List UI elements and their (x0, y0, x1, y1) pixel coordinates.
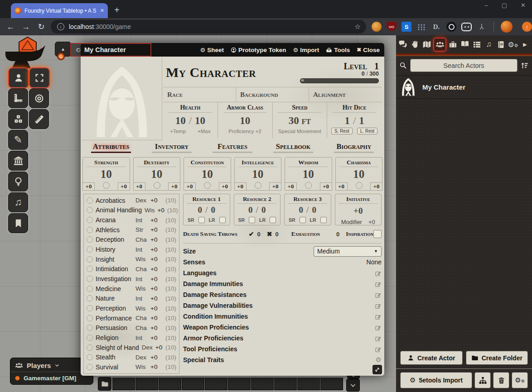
ability-proficiency-radio[interactable] (204, 182, 211, 189)
resource-value-input[interactable]: 0 (198, 205, 203, 215)
folder-tree-button[interactable] (474, 372, 491, 388)
delete-button[interactable] (493, 372, 509, 388)
macro-slot[interactable] (274, 378, 297, 390)
exhaustion-input[interactable]: 0 (336, 231, 339, 238)
skill-name[interactable]: Survival (96, 363, 133, 371)
sheet-tab[interactable]: Inventory (141, 141, 202, 156)
bookmark-star-icon[interactable]: ☆ (355, 23, 361, 31)
tool-tile-controls[interactable] (8, 109, 28, 129)
lr-checkbox[interactable] (320, 217, 327, 223)
configure-button[interactable]: ⚙⚙ (512, 372, 528, 388)
tool-target-tokens[interactable] (29, 88, 49, 108)
edit-icon[interactable] (375, 313, 382, 320)
skill-proficiency-radio[interactable] (87, 286, 93, 292)
stylus-extension-icon[interactable]: S (401, 22, 411, 32)
tab-journal[interactable] (459, 38, 470, 51)
ability-label[interactable]: Wisdom (289, 159, 328, 167)
tool-sound-controls[interactable]: ♫ (8, 192, 28, 212)
ability-proficiency-radio[interactable] (356, 182, 363, 189)
character-portrait[interactable] (82, 57, 162, 140)
robot-extension-icon[interactable] (461, 23, 472, 31)
sr-checkbox[interactable] (300, 217, 306, 223)
ability-score-input[interactable]: 10 (202, 168, 213, 181)
create-folder-button[interactable]: Create Folder (466, 351, 528, 365)
macro-slot[interactable] (297, 378, 320, 390)
lr-checkbox[interactable] (219, 217, 226, 223)
skill-proficiency-radio[interactable] (87, 276, 93, 282)
hp-max-input[interactable]: 10 (195, 115, 205, 127)
edit-icon[interactable] (375, 302, 382, 309)
background-field[interactable]: Background (236, 87, 309, 102)
edit-icon[interactable] (375, 292, 382, 298)
ability-score-input[interactable]: 10 (101, 168, 112, 181)
death-success-input[interactable]: 0 (257, 231, 261, 238)
short-rest-button[interactable]: S. Rest (331, 128, 353, 134)
ability-score-input[interactable]: 10 (151, 168, 162, 181)
new-tab-button[interactable]: + (114, 5, 120, 14)
tab-close-icon[interactable]: ✕ (100, 8, 104, 14)
tool-measure-distance[interactable] (29, 109, 49, 129)
hp-current-input[interactable]: 10 (175, 115, 186, 127)
edit-icon[interactable] (375, 324, 382, 331)
ability-label[interactable]: Intelligence (238, 159, 277, 167)
resource-value-input[interactable]: 0 (248, 205, 253, 215)
skill-name[interactable]: Stealth (96, 354, 133, 361)
close-icon[interactable]: ✕ (521, 2, 526, 9)
inspiration-checkbox[interactable] (373, 230, 382, 238)
death-fail-input[interactable]: 0 (276, 231, 279, 238)
address-bar[interactable]: i localhost:30000/game ☆ (51, 20, 366, 33)
ability-proficiency-radio[interactable] (154, 182, 160, 189)
ublock-extension-icon[interactable]: UO (387, 22, 397, 32)
sheet-tab[interactable]: Attributes (81, 141, 141, 156)
skill-name[interactable]: Persuasion (96, 324, 133, 331)
reload-button[interactable]: ↻ (34, 22, 49, 32)
sheet-config-button[interactable]: ⚙Sheet (200, 47, 224, 53)
initiative-value[interactable]: +0 (353, 206, 363, 216)
profile-avatar[interactable] (501, 21, 513, 33)
special-movement-label[interactable]: Special Movement (278, 129, 321, 134)
ability-label[interactable]: Dexterity (137, 159, 176, 167)
tool-token-controls[interactable] (8, 67, 29, 88)
skill-proficiency-radio[interactable] (87, 246, 93, 253)
d-extension-icon[interactable]: D. (431, 22, 441, 32)
level-value[interactable]: 1 (374, 61, 379, 72)
initiative-modifier-input[interactable]: +0 (368, 219, 375, 225)
resource-label[interactable]: Resource 3 (288, 196, 327, 204)
actor-list-item[interactable]: My Character (396, 75, 532, 99)
skill-name[interactable]: Acrobatics (96, 197, 133, 204)
edit-icon[interactable] (375, 270, 382, 277)
sidebar-collapse-button[interactable]: ▶ (519, 38, 531, 51)
skill-name[interactable]: Animal Handling (96, 206, 142, 214)
close-window-button[interactable]: ✖Close (357, 47, 380, 53)
tab-tables[interactable] (471, 38, 483, 51)
character-name-input[interactable]: My Character (166, 65, 256, 80)
macro-slot[interactable] (112, 378, 135, 390)
macro-slot[interactable] (182, 378, 204, 390)
resource-max-input[interactable]: 0 (312, 205, 316, 215)
skill-name[interactable]: Medicine (96, 285, 133, 292)
tool-lighting-controls[interactable] (8, 172, 28, 191)
create-actor-button[interactable]: Create Actor (400, 351, 463, 365)
ac-value[interactable]: 10 (240, 115, 250, 127)
browser-tab[interactable]: Foundry Virtual Tabletop • A Stan ✕ (11, 3, 108, 18)
skill-proficiency-radio[interactable] (87, 364, 93, 370)
initiative-label[interactable]: Initiative (339, 196, 378, 204)
prototype-token-button[interactable]: Prototype Token (231, 47, 286, 53)
skill-name[interactable]: Deception (96, 236, 133, 243)
macro-slot[interactable] (251, 378, 274, 390)
skill-proficiency-radio[interactable] (87, 256, 93, 263)
configure-traits-gear-icon[interactable]: ⚙ (376, 356, 382, 364)
skill-proficiency-radio[interactable] (87, 344, 93, 351)
resource-value-input[interactable]: 0 (299, 205, 304, 215)
window-title-target-highlight[interactable]: © My Character G (70, 43, 151, 57)
ability-label[interactable]: Strength (87, 159, 126, 167)
hd-max[interactable]: 1 (359, 115, 364, 127)
sheet-tab[interactable]: Features (202, 141, 263, 156)
grid-extension-icon[interactable] (416, 22, 426, 32)
skill-name[interactable]: Insight (96, 256, 133, 263)
skill-name[interactable]: Religion (96, 334, 133, 341)
senses-value[interactable]: None (367, 258, 382, 266)
ability-proficiency-radio[interactable] (103, 182, 110, 189)
skill-proficiency-radio[interactable] (87, 305, 93, 311)
macro-slot[interactable] (320, 378, 343, 390)
